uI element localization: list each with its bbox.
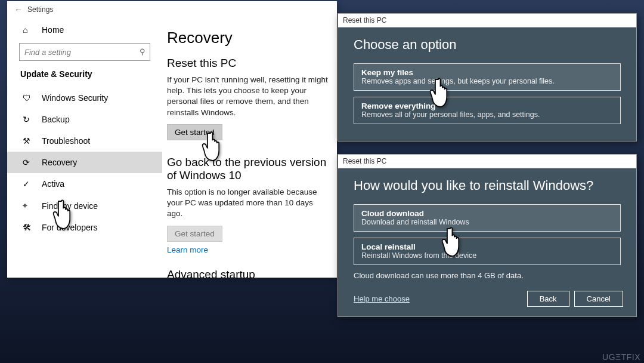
- goback-body: This option is no longer available becau…: [167, 187, 329, 220]
- settings-window: ← Settings ⌂ Home ⚲ Update & Security 🛡︎…: [7, 1, 337, 278]
- sidebar-item-for-developers[interactable]: 🛠︎ For developers: [7, 217, 162, 238]
- option-title: Local reinstall: [361, 242, 613, 251]
- reset-heading: Reset this PC: [167, 57, 329, 70]
- nav-home[interactable]: ⌂ Home: [7, 20, 162, 39]
- option-local-reinstall[interactable]: Local reinstall Reinstall Windows from t…: [354, 238, 621, 265]
- dialog-heading: Choose an option: [354, 37, 621, 53]
- home-label: Home: [42, 25, 64, 35]
- reset-dialog-choose-option: Reset this PC Choose an option Keep my f…: [338, 13, 637, 141]
- sidebar-item-backup[interactable]: ↻ Backup: [7, 109, 162, 130]
- option-cloud-download[interactable]: Cloud download Download and reinstall Wi…: [354, 204, 621, 232]
- option-desc: Removes all of your personal files, apps…: [361, 110, 613, 119]
- sidebar-item-label: Troubleshoot: [42, 136, 90, 146]
- main-content: Recovery Reset this PC If your PC isn't …: [162, 18, 337, 278]
- sidebar-item-label: For developers: [42, 223, 97, 232]
- goback-button: Get started: [167, 226, 222, 242]
- sidebar-item-recovery[interactable]: ⟳ Recovery: [7, 152, 162, 173]
- learn-more-link[interactable]: Learn more: [167, 245, 208, 254]
- back-button[interactable]: Back: [527, 291, 569, 307]
- location-icon: ⌖: [23, 201, 33, 211]
- dialog-heading: How would you like to reinstall Windows?: [354, 178, 621, 193]
- recovery-icon: ⟳: [23, 158, 33, 167]
- option-remove-everything[interactable]: Remove everything Removes all of your pe…: [354, 97, 621, 124]
- sidebar-item-label: Windows Security: [42, 93, 108, 103]
- sidebar-item-label: Backup: [42, 115, 70, 124]
- category-heading: Update & Security: [7, 67, 162, 87]
- option-title: Keep my files: [361, 68, 613, 77]
- dialog-titlebar: Reset this PC: [338, 14, 636, 27]
- watermark: UGΞTFIX: [602, 352, 640, 362]
- option-desc: Download and reinstall Windows: [361, 218, 613, 226]
- sidebar-item-label: Activa: [42, 179, 64, 189]
- search-icon: ⚲: [140, 47, 145, 56]
- home-icon: ⌂: [23, 25, 33, 35]
- back-icon[interactable]: ←: [13, 5, 24, 14]
- reset-dialog-reinstall-method: Reset this PC How would you like to rein…: [338, 154, 637, 317]
- search-input[interactable]: [19, 43, 150, 61]
- backup-icon: ↻: [23, 115, 33, 124]
- window-title: Settings: [27, 5, 53, 14]
- sidebar-item-find-my-device[interactable]: ⌖ Find my device: [7, 195, 162, 217]
- option-desc: Removes apps and settings, but keeps you…: [361, 77, 613, 85]
- cloud-note: Cloud download can use more than 4 GB of…: [354, 271, 621, 280]
- option-keep-my-files[interactable]: Keep my files Removes apps and settings,…: [354, 63, 621, 91]
- dialog-titlebar: Reset this PC: [338, 155, 636, 168]
- search-wrap: ⚲: [19, 43, 150, 61]
- get-started-button[interactable]: Get started: [167, 124, 222, 140]
- sidebar-item-troubleshoot[interactable]: ⚒ Troubleshoot: [7, 130, 162, 152]
- help-me-choose-link[interactable]: Help me choose: [354, 294, 410, 303]
- settings-titlebar: ← Settings: [7, 1, 337, 18]
- option-title: Cloud download: [361, 209, 613, 218]
- option-desc: Reinstall Windows from this device: [361, 251, 613, 260]
- sidebar: ⌂ Home ⚲ Update & Security 🛡︎ Windows Se…: [7, 18, 162, 278]
- wrench-icon: ⚒: [23, 136, 33, 146]
- check-icon: ✓: [23, 179, 33, 189]
- shield-icon: 🛡︎: [23, 93, 33, 103]
- page-title: Recovery: [167, 29, 329, 47]
- advanced-heading: Advanced startup: [167, 268, 329, 278]
- option-title: Remove everything: [361, 101, 613, 110]
- reset-body: If your PC isn't running well, resetting…: [167, 75, 329, 118]
- sidebar-item-activation[interactable]: ✓ Activa: [7, 173, 162, 195]
- dev-icon: 🛠︎: [23, 223, 33, 232]
- goback-heading: Go back to the previous version of Windo…: [167, 156, 329, 182]
- sidebar-item-label: Recovery: [42, 158, 77, 167]
- cancel-button[interactable]: Cancel: [574, 291, 623, 307]
- sidebar-item-windows-security[interactable]: 🛡︎ Windows Security: [7, 87, 162, 109]
- sidebar-item-label: Find my device: [42, 201, 98, 211]
